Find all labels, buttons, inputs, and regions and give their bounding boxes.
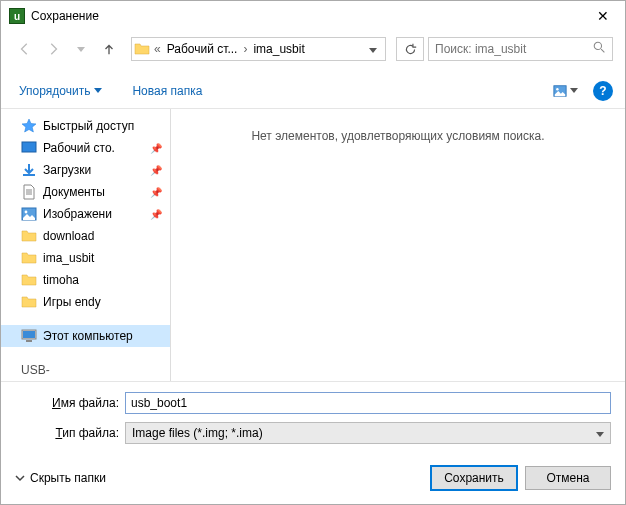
chevron-down-icon	[15, 473, 25, 483]
sidebar-usb[interactable]: USB-	[1, 359, 170, 381]
quick-access-label: Быстрый доступ	[43, 119, 134, 133]
folder-icon	[21, 272, 37, 288]
file-list-area: Нет элементов, удовлетворяющих условиям …	[171, 109, 625, 381]
search-box[interactable]	[428, 37, 613, 61]
organize-button[interactable]: Упорядочить	[13, 80, 108, 102]
folder-icon	[21, 294, 37, 310]
sidebar-item-label: Документы	[43, 185, 105, 199]
main-area: Быстрый доступ Рабочий сто. 📌 Загрузки 📌…	[1, 109, 625, 381]
organize-label: Упорядочить	[19, 84, 90, 98]
filetype-label: Тип файла:	[15, 426, 119, 440]
folder-icon	[134, 41, 150, 57]
address-dropdown-icon[interactable]	[363, 42, 383, 56]
hide-folders-button[interactable]: Скрыть папки	[15, 471, 106, 485]
filename-row: Имя файла:	[15, 392, 611, 414]
pin-icon: 📌	[150, 165, 162, 176]
view-options-button[interactable]	[548, 81, 583, 101]
up-button[interactable]	[97, 37, 121, 61]
back-button[interactable]	[13, 37, 37, 61]
filetype-row: Тип файла: Image files (*.img; *.ima)	[15, 422, 611, 444]
filename-input[interactable]	[125, 392, 611, 414]
bottom-panel: Имя файла: Тип файла: Image files (*.img…	[1, 381, 625, 456]
refresh-button[interactable]	[396, 37, 424, 61]
footer: Скрыть папки Сохранить Отмена	[1, 456, 625, 504]
pin-icon: 📌	[150, 187, 162, 198]
navbar: « Рабочий ст... › ima_usbit	[1, 31, 625, 67]
filetype-value: Image files (*.img; *.ima)	[132, 426, 263, 440]
pin-icon: 📌	[150, 143, 162, 154]
new-folder-button[interactable]: Новая папка	[126, 80, 208, 102]
titlebar: u Сохранение ✕	[1, 1, 625, 31]
filetype-combo[interactable]: Image files (*.img; *.ima)	[125, 422, 611, 444]
sidebar-item-pictures[interactable]: Изображени 📌	[1, 203, 170, 225]
chevron-down-icon	[94, 88, 102, 93]
crumb-ellipsis: «	[152, 42, 163, 56]
sidebar-item-label: Изображени	[43, 207, 112, 221]
sidebar-item-label: download	[43, 229, 94, 243]
breadcrumb-1[interactable]: Рабочий ст...	[165, 42, 240, 56]
app-icon: u	[9, 8, 25, 24]
sidebar-item-games-endy[interactable]: Игры endy	[1, 291, 170, 313]
window-title: Сохранение	[31, 9, 580, 23]
hide-folders-label: Скрыть папки	[30, 471, 106, 485]
chevron-down-icon	[596, 426, 604, 440]
breadcrumb-2[interactable]: ima_usbit	[251, 42, 306, 56]
svg-point-2	[556, 88, 558, 90]
svg-point-5	[25, 211, 28, 214]
help-button[interactable]: ?	[593, 81, 613, 101]
desktop-icon	[21, 140, 37, 156]
pc-icon	[21, 328, 37, 344]
address-bar[interactable]: « Рабочий ст... › ima_usbit	[131, 37, 386, 61]
this-pc-label: Этот компьютер	[43, 329, 133, 343]
sidebar-item-label: Игры endy	[43, 295, 101, 309]
sidebar-item-download[interactable]: download	[1, 225, 170, 247]
svg-rect-3	[22, 142, 36, 152]
documents-icon	[21, 184, 37, 200]
svg-point-0	[594, 42, 601, 49]
sidebar-item-ima-usbit[interactable]: ima_usbit	[1, 247, 170, 269]
svg-rect-8	[26, 340, 32, 342]
cancel-button[interactable]: Отмена	[525, 466, 611, 490]
sidebar-quick-access[interactable]: Быстрый доступ	[1, 115, 170, 137]
sidebar-item-label: ima_usbit	[43, 251, 94, 265]
folder-icon	[21, 250, 37, 266]
downloads-icon	[21, 162, 37, 178]
pictures-icon	[21, 206, 37, 222]
filename-label: Имя файла:	[15, 396, 119, 410]
svg-rect-7	[23, 331, 35, 338]
recent-dropdown[interactable]	[69, 37, 93, 61]
new-folder-label: Новая папка	[132, 84, 202, 98]
folder-icon	[21, 228, 37, 244]
sidebar-item-downloads[interactable]: Загрузки 📌	[1, 159, 170, 181]
usb-label: USB-	[21, 363, 50, 377]
sidebar-item-timoha[interactable]: timoha	[1, 269, 170, 291]
sidebar-this-pc[interactable]: Этот компьютер	[1, 325, 170, 347]
sidebar-item-label: Рабочий сто.	[43, 141, 115, 155]
sidebar-item-desktop[interactable]: Рабочий сто. 📌	[1, 137, 170, 159]
chevron-down-icon	[570, 88, 578, 93]
search-input[interactable]	[435, 42, 593, 56]
star-icon	[21, 118, 37, 134]
empty-message: Нет элементов, удовлетворяющих условиям …	[251, 129, 544, 143]
save-button[interactable]: Сохранить	[431, 466, 517, 490]
sidebar: Быстрый доступ Рабочий сто. 📌 Загрузки 📌…	[1, 109, 171, 381]
picture-icon	[553, 84, 567, 98]
forward-button[interactable]	[41, 37, 65, 61]
pin-icon: 📌	[150, 209, 162, 220]
toolbar: Упорядочить Новая папка ?	[1, 73, 625, 109]
sidebar-item-label: Загрузки	[43, 163, 91, 177]
crumb-sep-icon: ›	[241, 42, 249, 56]
sidebar-item-label: timoha	[43, 273, 79, 287]
search-icon	[593, 41, 606, 57]
close-button[interactable]: ✕	[580, 1, 625, 31]
sidebar-item-documents[interactable]: Документы 📌	[1, 181, 170, 203]
